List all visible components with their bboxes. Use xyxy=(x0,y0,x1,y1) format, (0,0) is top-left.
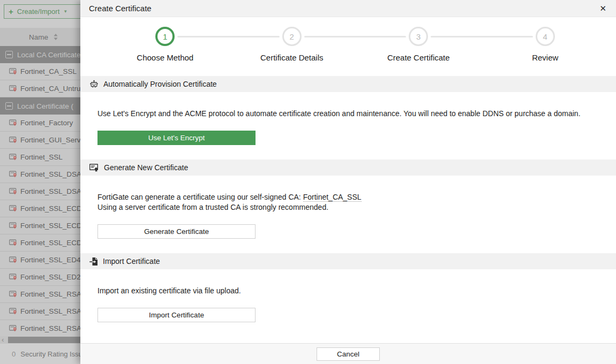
certificate-row-icon xyxy=(9,119,17,127)
certificate-row-icon xyxy=(9,171,17,178)
modal-header: Create Certificate ✕ xyxy=(80,0,616,17)
scrollbar-thumb[interactable] xyxy=(8,337,80,343)
method-section: Import Certificate Import an existing ce… xyxy=(80,253,616,337)
modal-footer: Cancel xyxy=(80,343,616,364)
step-label: Choose Method xyxy=(102,53,229,62)
section-title: Automatically Provision Certificate xyxy=(103,80,217,88)
table-row[interactable]: Fortinet_SSL_DSA2048 xyxy=(0,183,80,200)
step-circle: 4 xyxy=(536,27,555,46)
modal-body: Automatically Provision Certificate Use … xyxy=(80,76,616,337)
import-icon xyxy=(89,257,98,266)
table-row[interactable]: Fortinet_SSL_RSA2048 xyxy=(0,303,80,320)
table-row[interactable]: Fortinet_SSL_ED25519 xyxy=(0,269,80,286)
method-section: Generate New Certificate FortiGate can g… xyxy=(80,160,616,253)
certificate-row-icon xyxy=(9,239,17,247)
section-header: Generate New Certificate xyxy=(80,160,616,176)
step-circle: 1 xyxy=(155,27,175,46)
certificate-row-icon xyxy=(9,325,17,332)
certificate-row-icon xyxy=(9,188,17,195)
certificate-row-icon xyxy=(9,154,17,161)
cancel-button[interactable]: Cancel xyxy=(317,347,380,361)
table-row[interactable]: Fortinet_CA_SSL xyxy=(0,63,80,80)
certificate-row-icon xyxy=(9,222,17,230)
section-body: Import an existing certificate via file … xyxy=(80,286,616,337)
wizard-step-4: 4 Review xyxy=(482,27,609,62)
step-label: Review xyxy=(482,53,609,62)
section-header: Automatically Provision Certificate xyxy=(80,76,616,92)
robot-icon xyxy=(89,80,99,89)
table-footer: 0 Security Rating Issues xyxy=(0,344,80,364)
certificate-row-icon xyxy=(9,205,17,213)
certificate-row-icon xyxy=(9,136,17,144)
section-body: Use Let's Encrypt and the ACME protocol … xyxy=(80,109,616,160)
scroll-left-icon[interactable]: ‹ xyxy=(2,336,4,344)
security-rating-count: 0 xyxy=(12,350,16,358)
create-import-label: Create/Import xyxy=(17,7,59,16)
section-header: Import Certificate xyxy=(80,253,616,269)
table-row[interactable]: Fortinet_SSL_ECDSA521 xyxy=(0,234,80,252)
certificate-row-icon xyxy=(9,291,17,298)
table-toolbar: + Create/Import ▼ xyxy=(0,4,80,28)
ca-link[interactable]: Fortinet_CA_SSL xyxy=(303,193,362,202)
table-row[interactable]: Fortinet_SSL_ECDSA256 xyxy=(0,200,80,217)
name-column-header[interactable]: Name xyxy=(0,28,80,46)
table-row[interactable]: Fortinet_GUI_Server xyxy=(0,132,80,149)
plus-icon: + xyxy=(9,7,13,16)
certificates-table-panel: + Create/Import ▼ Name Local CA Certific… xyxy=(0,0,80,364)
certificate-row-icon xyxy=(9,308,17,315)
create-certificate-modal: Create Certificate ✕ 1 Choose Method 2 C… xyxy=(80,0,616,364)
wizard-step-2: 2 Certificate Details xyxy=(229,27,356,62)
step-circle: 3 xyxy=(409,27,428,46)
generate-certificate-button[interactable]: Generate Certificate xyxy=(97,224,256,239)
table-group-row[interactable]: Local Certificate ( xyxy=(0,97,80,115)
certificate-icon xyxy=(89,163,99,172)
use-lets-encrypt-button[interactable]: Use Let's Encrypt xyxy=(97,131,256,145)
table-row[interactable]: Fortinet_Factory xyxy=(0,115,80,132)
certificate-row-icon xyxy=(9,274,17,281)
create-import-button[interactable]: + Create/Import ▼ xyxy=(4,4,80,19)
wizard-steps: 1 Choose Method 2 Certificate Details 3 … xyxy=(80,17,616,76)
table-row[interactable]: Fortinet_SSL xyxy=(0,149,80,166)
collapse-minus-icon[interactable] xyxy=(5,51,13,58)
table-row[interactable]: Fortinet_SSL_ECDSA384 xyxy=(0,217,80,234)
certificate-row-icon xyxy=(9,68,17,75)
table-row[interactable]: Fortinet_SSL_ED448 xyxy=(0,252,80,269)
section-description: Use Let's Encrypt and the ACME protocol … xyxy=(97,109,612,119)
wizard-step-1: 1 Choose Method xyxy=(102,27,229,62)
horizontal-scrollbar[interactable]: ‹ xyxy=(0,336,80,344)
table-row[interactable]: Fortinet_CA_Untrusted xyxy=(0,80,80,97)
step-label: Create Certificate xyxy=(355,53,482,62)
table-group-row[interactable]: Local CA Certificate xyxy=(0,46,80,63)
app-root: + Create/Import ▼ Name Local CA Certific… xyxy=(0,0,616,364)
section-body: FortiGate can generate a certificate usi… xyxy=(80,192,616,253)
step-label: Certificate Details xyxy=(229,53,356,62)
close-icon[interactable]: ✕ xyxy=(599,4,606,12)
certificate-row-icon xyxy=(9,85,17,93)
collapse-minus-icon[interactable] xyxy=(5,102,13,110)
table-row[interactable]: Fortinet_SSL_RSA1024 xyxy=(0,286,80,303)
certificate-row-icon xyxy=(9,256,17,264)
step-circle: 2 xyxy=(282,27,302,46)
name-column-label: Name xyxy=(29,33,48,41)
section-title: Generate New Certificate xyxy=(104,163,188,172)
section-description: Import an existing certificate via file … xyxy=(97,286,612,296)
section-title: Import Certificate xyxy=(103,257,160,266)
security-rating-label: Security Rating Issues xyxy=(20,350,80,358)
table-row[interactable]: Fortinet_SSL_DSA1024 xyxy=(0,166,80,183)
wizard-step-3: 3 Create Certificate xyxy=(355,27,482,62)
import-certificate-button[interactable]: Import Certificate xyxy=(97,308,256,322)
section-description: FortiGate can generate a certificate usi… xyxy=(97,192,612,213)
table-rows: Local CA Certificate Fortinet_CA_SSL For… xyxy=(0,46,80,337)
modal-title: Create Certificate xyxy=(89,4,152,13)
method-section: Automatically Provision Certificate Use … xyxy=(80,76,616,160)
table-row[interactable]: Fortinet_SSL_RSA4096 xyxy=(0,320,80,337)
caret-down-icon: ▼ xyxy=(63,9,67,14)
sort-icon xyxy=(54,34,58,40)
